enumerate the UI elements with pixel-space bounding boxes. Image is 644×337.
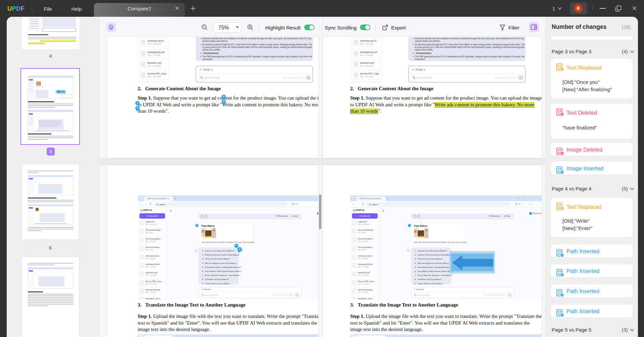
svg-text:Aa: Aa: [558, 290, 561, 293]
svg-text:Aa: Aa: [558, 148, 561, 152]
svg-text:Aa: Aa: [558, 167, 561, 170]
svg-text:Aa: Aa: [558, 250, 561, 253]
svg-text:Aa: Aa: [558, 64, 561, 67]
svg-text:Aa: Aa: [558, 310, 561, 313]
svg-text:Aa: Aa: [558, 203, 561, 207]
svg-text:Aa: Aa: [558, 109, 561, 112]
svg-text:Aa: Aa: [558, 270, 561, 273]
